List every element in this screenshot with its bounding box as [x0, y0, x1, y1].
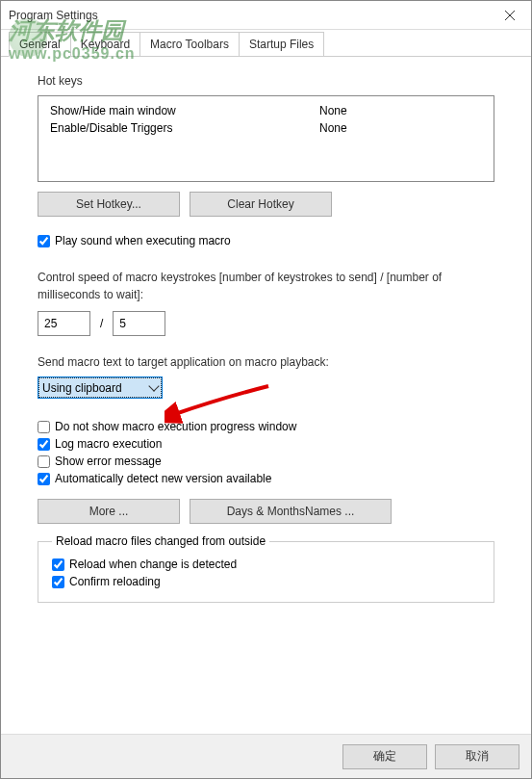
cancel-button[interactable]: 取消 [435, 744, 519, 769]
speed-inputs: / [38, 311, 494, 336]
more-button[interactable]: More ... [38, 499, 180, 524]
chevron-down-icon [148, 380, 159, 391]
log-execution-label: Log macro execution [55, 437, 162, 451]
reload-detect-checkbox[interactable]: Reload when change is detected [52, 558, 480, 571]
auto-detect-label: Automatically detect new version availab… [55, 472, 271, 485]
tab-keyboard[interactable]: Keyboard [70, 32, 140, 56]
tab-bar: General Keyboard Macro Toolbars Startup … [1, 30, 531, 57]
no-progress-checkbox[interactable]: Do not show macro execution progress win… [38, 420, 494, 433]
footer: 确定 取消 [1, 734, 531, 778]
confirm-reload-checkbox[interactable]: Confirm reloading [52, 575, 480, 588]
combo-text: Using clipboard [42, 381, 122, 395]
hotkeys-label: Hot keys [38, 74, 494, 88]
tab-macro-toolbars[interactable]: Macro Toolbars [139, 32, 240, 56]
show-error-check[interactable] [38, 455, 50, 468]
window-title: Program Settings [9, 9, 98, 22]
hotkey-buttons: Set Hotkey... Clear Hotkey [38, 192, 494, 217]
reload-detect-label: Reload when change is detected [69, 558, 237, 571]
confirm-reload-label: Confirm reloading [69, 575, 161, 588]
speed-label: Control speed of macro keystrokes [numbe… [38, 269, 494, 303]
play-sound-label: Play sound when executing macro [55, 234, 231, 247]
clear-hotkey-button[interactable]: Clear Hotkey [190, 192, 332, 217]
days-months-button[interactable]: Days & MonthsNames ... [190, 499, 392, 524]
close-button[interactable] [488, 1, 531, 30]
speed-sep: / [100, 317, 103, 330]
play-sound-checkbox[interactable]: Play sound when executing macro [38, 234, 494, 247]
hotkey-row[interactable]: Show/Hide main window None [38, 102, 494, 119]
titlebar: Program Settings [1, 1, 531, 30]
show-error-checkbox[interactable]: Show error message [38, 454, 494, 468]
reload-fieldset: Reload macro files changed from outside … [38, 541, 494, 603]
hotkey-list[interactable]: Show/Hide main window None Enable/Disabl… [38, 95, 494, 182]
reload-detect-check[interactable] [52, 558, 64, 571]
log-execution-checkbox[interactable]: Log macro execution [38, 437, 494, 451]
milliseconds-input[interactable] [113, 311, 165, 336]
content-area: Hot keys Show/Hide main window None Enab… [1, 57, 531, 612]
auto-detect-check[interactable] [38, 473, 50, 485]
send-macro-combo[interactable]: Using clipboard [38, 377, 163, 399]
hotkey-name: Show/Hide main window [50, 104, 319, 117]
hotkey-value: None [319, 121, 482, 135]
extra-buttons: More ... Days & MonthsNames ... [38, 499, 494, 524]
hotkey-value: None [319, 104, 482, 117]
hotkey-name: Enable/Disable Triggers [50, 121, 319, 135]
ok-button[interactable]: 确定 [342, 744, 427, 769]
tab-general[interactable]: General [9, 32, 71, 57]
log-execution-check[interactable] [38, 438, 50, 451]
confirm-reload-check[interactable] [52, 576, 64, 588]
no-progress-check[interactable] [38, 421, 50, 433]
set-hotkey-button[interactable]: Set Hotkey... [38, 192, 180, 217]
reload-legend: Reload macro files changed from outside [52, 534, 269, 548]
show-error-label: Show error message [55, 454, 162, 468]
hotkey-row[interactable]: Enable/Disable Triggers None [38, 119, 494, 137]
no-progress-label: Do not show macro execution progress win… [55, 420, 296, 433]
keystrokes-input[interactable] [38, 311, 90, 336]
tab-startup-files[interactable]: Startup Files [239, 32, 324, 56]
play-sound-check[interactable] [38, 235, 50, 247]
send-macro-label: Send macro text to target application on… [38, 355, 494, 369]
auto-detect-checkbox[interactable]: Automatically detect new version availab… [38, 472, 494, 485]
